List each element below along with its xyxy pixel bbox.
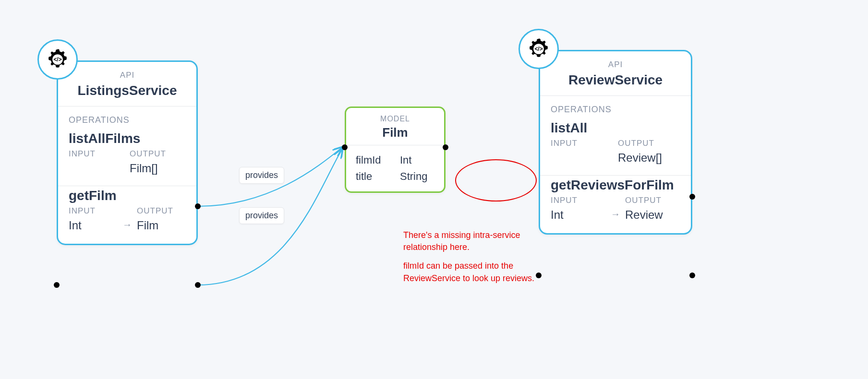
gear-icon: </> xyxy=(37,39,78,80)
api-card-review[interactable]: API ReviewService OPERATIONS listAll INP… xyxy=(539,50,692,235)
input-label: INPUT xyxy=(69,149,125,159)
operations-label: OPERATIONS xyxy=(58,107,196,129)
output-label: OUTPUT xyxy=(618,139,680,148)
operation-list-all-films[interactable]: listAllFilms INPUT OUTPUT Film[] xyxy=(58,129,196,186)
arrow-icon: → xyxy=(122,219,132,232)
operation-name: getFilm xyxy=(58,186,196,206)
edge-label-provides: provides xyxy=(239,167,284,184)
model-card-film[interactable]: MODEL Film filmId Int title String xyxy=(345,107,446,193)
input-label: INPUT xyxy=(551,196,606,205)
port-output-review[interactable] xyxy=(689,272,695,278)
port-model-left[interactable] xyxy=(342,144,348,150)
operation-get-film[interactable]: getFilm INPUT Int → OUTPUT Film xyxy=(58,186,196,244)
annotation-line: There's a missing intra-service relation… xyxy=(403,229,538,253)
operation-list-all[interactable]: listAll INPUT OUTPUT Review[] xyxy=(540,118,691,176)
operation-get-reviews-for-film[interactable]: getReviewsForFilm INPUT Int → OUTPUT Rev… xyxy=(540,176,691,233)
api-header: API ListingsService xyxy=(58,62,196,107)
input-value: Int xyxy=(69,219,118,232)
output-value: Film[] xyxy=(130,162,186,175)
annotation-ellipse xyxy=(455,159,537,201)
output-value: Film xyxy=(137,219,186,232)
port-output-film-array[interactable] xyxy=(195,203,201,209)
model-title: Film xyxy=(356,125,434,140)
port-model-right[interactable] xyxy=(443,144,448,150)
port-output-film[interactable] xyxy=(195,282,201,288)
input-label: INPUT xyxy=(69,206,118,216)
gear-code-icon: </> xyxy=(45,47,70,72)
field-name: title xyxy=(356,170,390,183)
operation-name: listAll xyxy=(540,118,691,139)
input-label: INPUT xyxy=(551,139,613,148)
model-field: title String xyxy=(356,168,434,185)
output-value: Review xyxy=(625,208,680,222)
gear-code-icon: </> xyxy=(526,36,551,61)
operation-name: getReviewsForFilm xyxy=(540,176,691,196)
port-input-int[interactable] xyxy=(54,282,60,288)
operation-name: listAllFilms xyxy=(58,129,196,149)
model-header: MODEL Film xyxy=(346,108,444,145)
gear-icon: </> xyxy=(518,29,559,69)
annotation-text: There's a missing intra-service relation… xyxy=(403,229,538,284)
api-kind-label: API xyxy=(69,71,186,80)
model-kind-label: MODEL xyxy=(356,115,434,123)
output-label: OUTPUT xyxy=(130,149,186,159)
input-value: Int xyxy=(551,208,606,222)
arrow-icon: → xyxy=(611,209,620,222)
output-label: OUTPUT xyxy=(137,206,186,216)
field-name: filmId xyxy=(356,154,390,166)
annotation-line: filmId can be passed into the ReviewServ… xyxy=(403,260,538,284)
api-title: ReviewService xyxy=(551,72,680,88)
api-kind-label: API xyxy=(551,60,680,70)
svg-text:</>: </> xyxy=(534,46,542,52)
edge-label-provides: provides xyxy=(239,207,284,224)
api-card-listings[interactable]: API ListingsService OPERATIONS listAllFi… xyxy=(57,60,198,245)
port-output-review-array[interactable] xyxy=(689,194,695,200)
api-title: ListingsService xyxy=(69,83,186,98)
field-type: String xyxy=(400,170,427,183)
output-label: OUTPUT xyxy=(625,196,680,205)
api-header: API ReviewService xyxy=(540,51,691,96)
port-input-int[interactable] xyxy=(536,272,542,278)
output-value: Review[] xyxy=(618,151,680,165)
model-fields: filmId Int title String xyxy=(346,145,444,191)
operations-label: OPERATIONS xyxy=(540,96,691,118)
model-field: filmId Int xyxy=(356,152,434,168)
field-type: Int xyxy=(400,154,411,166)
diagram-canvas[interactable]: </> API ListingsService OPERATIONS listA… xyxy=(0,0,868,379)
svg-text:</>: </> xyxy=(53,56,61,63)
